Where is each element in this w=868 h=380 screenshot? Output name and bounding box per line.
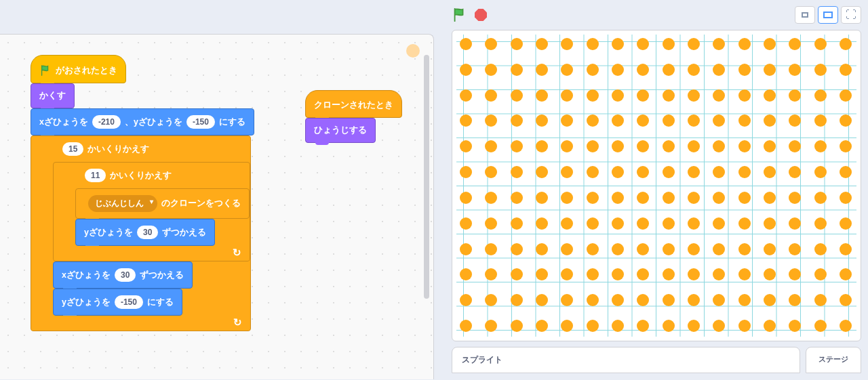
input-repeat-outer[interactable]: 15 (62, 142, 83, 156)
block-repeat-outer[interactable]: 15 かいくりかえす 11 かいくりかえす (31, 135, 251, 331)
stage-dot (637, 38, 649, 50)
stage-dot (485, 294, 497, 306)
fullscreen-button[interactable]: ⛶ (841, 6, 861, 24)
stage-dot (511, 89, 523, 102)
block-change-y[interactable]: yざひょうを 30 ずつかえる (75, 219, 215, 246)
hat-when-cloned[interactable]: クローンされたとき (305, 90, 402, 118)
sprite-label: スプライト (462, 355, 502, 364)
stage-dot (561, 114, 573, 127)
stage-dot (713, 38, 725, 50)
block-show[interactable]: ひょうじする (305, 118, 376, 143)
stage-dot (713, 114, 725, 127)
script-stack-2[interactable]: クローンされたとき ひょうじする (305, 90, 402, 143)
stage-dot (713, 268, 725, 280)
stage-dot (637, 140, 649, 152)
stage-dot (713, 64, 725, 76)
stage-dot (738, 192, 751, 204)
stage-dot (536, 89, 548, 102)
stage-selector[interactable]: ステージ (806, 347, 861, 373)
stage-dot (764, 320, 776, 332)
stage-dot (840, 114, 852, 127)
stage-dot (511, 294, 523, 306)
stage-dot (789, 64, 801, 76)
stage-dot (789, 38, 801, 50)
stage-dot (460, 38, 472, 50)
stage-dot (688, 166, 700, 178)
stage-dot (637, 89, 649, 102)
input-goto-y[interactable]: -150 (186, 115, 215, 129)
hat-when-flag-clicked[interactable]: がおされたとき (31, 55, 126, 83)
stage-dot (840, 192, 852, 204)
stage-dot (840, 140, 852, 152)
stage-dot (536, 243, 548, 255)
stage-dot (511, 114, 523, 127)
right-pane: ⛶ スプライト ステージ (441, 0, 868, 380)
small-stage-button[interactable] (795, 6, 815, 24)
stop-button[interactable] (475, 9, 487, 21)
input-change-y[interactable]: 30 (137, 226, 158, 239)
stage-dot (688, 294, 700, 306)
stage-dot (789, 217, 801, 230)
app-root: がおされたとき かくす xざひょうを -210 、yざひょうを -150 にする (0, 0, 868, 380)
stage-dot (612, 192, 624, 204)
block-goto-xy[interactable]: xざひょうを -210 、yざひょうを -150 にする (31, 108, 254, 135)
stage-dot (663, 294, 675, 306)
stage-dot (485, 38, 497, 50)
stage-dot (814, 140, 827, 152)
stage-dot (561, 166, 573, 178)
input-set-y[interactable]: -150 (115, 295, 143, 309)
scripts-workspace[interactable]: がおされたとき かくす xざひょうを -210 、yざひょうを -150 にする (0, 34, 434, 379)
stage-header: ⛶ (445, 0, 868, 30)
green-flag-button[interactable] (452, 7, 467, 22)
block-change-x[interactable]: xざひょうを 30 ずつかえる (53, 261, 193, 289)
stage-dot (738, 268, 751, 280)
stage-dot (840, 320, 852, 332)
sprite-info-panel[interactable]: スプライト (452, 347, 800, 373)
stage-dot (688, 114, 700, 127)
stage-dot (814, 294, 827, 306)
stage-dot (561, 140, 573, 152)
script-stack-1[interactable]: がおされたとき かくす xざひょうを -210 、yざひょうを -150 にする (31, 55, 254, 331)
stage-dot (637, 243, 649, 255)
stage-dot (814, 89, 827, 102)
stage-dot (663, 166, 675, 178)
stage-dot (460, 140, 472, 152)
stage-dot (485, 268, 497, 280)
stage-dot (814, 114, 827, 127)
stage-dot (713, 140, 725, 152)
stage-dot (561, 64, 573, 76)
block-hide[interactable]: かくす (31, 83, 75, 108)
stage-dot (485, 64, 497, 76)
stage-dot (713, 294, 725, 306)
stage-dot (485, 89, 497, 102)
stage-dot (663, 217, 675, 230)
stage-dot (688, 192, 700, 204)
stage-dot (587, 89, 599, 102)
stage-dot (460, 320, 472, 332)
stage-dot (713, 192, 725, 204)
stage-dot (713, 243, 725, 255)
stage-dot (789, 192, 801, 204)
stage-label: ステージ (818, 355, 848, 363)
stage-dot (587, 192, 599, 204)
stage-dot (789, 140, 801, 152)
block-create-clone[interactable]: じぶんじしん のクローンをつくる (75, 188, 250, 219)
stage-dot (637, 64, 649, 76)
stage-dot (840, 243, 852, 255)
stage-dot (637, 268, 649, 280)
input-repeat-inner[interactable]: 11 (85, 169, 106, 182)
stage-dot (764, 89, 776, 102)
stage-dot (460, 166, 472, 178)
input-change-x[interactable]: 30 (115, 268, 136, 282)
stage-dot (587, 294, 599, 306)
block-set-y[interactable]: yざひょうを -150 にする (53, 289, 182, 316)
stage-dot (485, 140, 497, 152)
stage-dot (637, 294, 649, 306)
input-goto-x[interactable]: -210 (92, 115, 121, 129)
stage-dot (561, 217, 573, 230)
large-stage-button[interactable] (818, 6, 838, 24)
stage-dot (536, 64, 548, 76)
dropdown-clone-target[interactable]: じぶんじしん (88, 195, 157, 212)
block-repeat-inner[interactable]: 11 かいくりかえす じぶんじしん のクローンをつくる (53, 162, 250, 261)
stage-area[interactable] (452, 30, 861, 341)
